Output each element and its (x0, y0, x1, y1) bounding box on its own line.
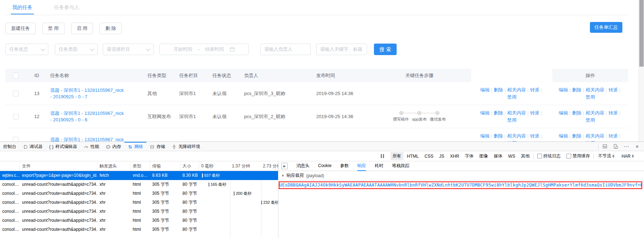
devtools-tab-debugger[interactable]: 调试器 (19, 142, 46, 151)
details-panel-icon[interactable]: ▶ (281, 163, 288, 169)
details-tab-response[interactable]: 响应 (357, 161, 366, 171)
delete-link[interactable]: 删除 (572, 133, 582, 139)
new-task-button[interactable]: 新建任务 (5, 23, 36, 34)
throttling-dropdown[interactable]: 不节流 (598, 153, 614, 159)
pause-recording-icon[interactable] (381, 154, 384, 158)
network-request-row[interactable]: wjdev.c… export?page=1&per-page=10&login… (0, 171, 278, 180)
har-dropdown[interactable]: HAR (622, 154, 634, 159)
task-title-link[interactable]: 选题 - 深圳市1 - 13281105967_nick (50, 136, 124, 142)
network-request-row[interactable]: consol… unread-count?route=auth&appid=c7… (0, 189, 278, 198)
network-request-row[interactable]: consol… unread-count?route=auth&appid=c7… (0, 216, 278, 225)
row-checkbox[interactable] (13, 91, 19, 96)
devtools-menu-icon[interactable]: ⋯ (622, 142, 631, 151)
filter-js[interactable]: JS (437, 153, 446, 160)
edit-link[interactable]: 编辑 (480, 133, 490, 139)
filter-fonts[interactable]: 字体 (463, 152, 476, 160)
related-content-link[interactable]: 相关内容 (586, 87, 604, 93)
disable-link[interactable]: 禁用 (507, 117, 517, 123)
task-title-link[interactable]: 选题 - 深圳市1 - 13281105967_nick - 20190925 … (50, 87, 124, 100)
details-tab-timings[interactable]: 耗时 (375, 161, 383, 171)
header-req-type[interactable]: 类型 (131, 161, 150, 171)
header-domain[interactable] (0, 161, 20, 171)
devtools-tab-performance[interactable]: 性能 (80, 142, 102, 151)
filter-images[interactable]: 图像 (477, 152, 490, 160)
devtools-tab-accessibility[interactable]: 无障碍环境 (168, 142, 203, 151)
header-file[interactable]: 文件 (20, 161, 97, 171)
devtools-tab-storage[interactable]: 存储 (146, 142, 168, 151)
select-all-checkbox[interactable] (13, 73, 19, 78)
transfer-link[interactable]: 转派 (608, 110, 618, 116)
details-tab-headers[interactable]: 消息头 (296, 161, 309, 171)
tab-my-tasks[interactable]: 我的任务 (12, 4, 32, 14)
search-button[interactable]: 搜 索 (374, 44, 397, 55)
delete-link[interactable]: 删除 (494, 133, 503, 139)
page-scrollbar[interactable] (639, 0, 644, 142)
task-title-link[interactable]: 选题 - 深圳市1 - 13281105967_nick - 20190925 … (50, 110, 124, 123)
task-summary-button[interactable]: 任务单汇总 (590, 22, 622, 33)
filter-xhr[interactable]: XHR (448, 153, 461, 160)
keyword-input[interactable]: 请输入关键字、标题 (316, 44, 367, 55)
devtools-tab-style-editor[interactable]: { } 样式编辑器 (46, 142, 80, 151)
header-cause[interactable]: 触发源头 (97, 161, 131, 171)
disable-link[interactable]: 禁用 (586, 94, 595, 100)
related-content-link[interactable]: 相关内容 (586, 110, 604, 116)
filter-ws[interactable]: WS (506, 153, 517, 160)
filter-all[interactable]: 所有 (391, 152, 403, 160)
tab-task-participants[interactable]: 任务参与人 (54, 4, 79, 14)
task-status-select[interactable]: 任务状态 (5, 44, 48, 55)
edit-link[interactable]: 编辑 (480, 110, 490, 116)
responsive-design-icon[interactable] (611, 142, 620, 151)
devtools-tab-network[interactable]: 网络 (124, 142, 146, 151)
edit-link[interactable]: 编辑 (559, 87, 568, 93)
disable-link[interactable]: 禁用 (507, 94, 517, 100)
related-content-link[interactable]: 相关内容 (507, 110, 526, 116)
related-content-link[interactable]: 相关内容 (507, 133, 526, 139)
network-request-row[interactable]: consol… unread-count?route=auth&appid=c7… (0, 207, 278, 216)
page-scrollbar-thumb[interactable] (639, 0, 644, 67)
transfer-link[interactable]: 转派 (608, 87, 618, 93)
network-request-row[interactable]: consol… unread-count?route=auth&appid=c7… (0, 225, 278, 234)
filter-media[interactable]: 媒体 (491, 152, 504, 160)
filter-other[interactable]: 其他 (519, 152, 532, 160)
owner-input[interactable]: 请输入负责人 (260, 44, 311, 55)
devtools-tab-console[interactable]: 控制台 (0, 142, 19, 151)
enable-button[interactable]: 启 用 (71, 23, 93, 34)
row-checkbox[interactable] (13, 114, 19, 120)
network-request-row[interactable]: consol… unread-count?route=auth&appid=c7… (0, 198, 278, 207)
devtools-tab-memory[interactable]: 内存 (102, 142, 124, 151)
edit-link[interactable]: 编辑 (559, 133, 568, 139)
transfer-link[interactable]: 转派 (530, 133, 539, 139)
filter-css[interactable]: CSS (422, 153, 436, 160)
details-tab-cookie[interactable]: Cookie (318, 161, 331, 171)
disable-button[interactable]: 禁 用 (42, 23, 65, 34)
header-transferred[interactable]: 传输 (150, 161, 180, 171)
details-tab-params[interactable]: 参数 (340, 161, 349, 171)
delete-button[interactable]: 删 除 (100, 23, 122, 34)
disable-cache-checkbox[interactable]: 禁用缓存 (566, 153, 590, 159)
delete-link[interactable]: 删除 (572, 110, 582, 116)
edit-link[interactable]: 编辑 (559, 110, 568, 116)
related-content-link[interactable]: 相关内容 (507, 87, 526, 93)
delete-link[interactable]: 删除 (494, 110, 503, 116)
header-size[interactable]: 大小 (180, 161, 199, 171)
devtools-close-icon[interactable]: × (632, 142, 642, 151)
transfer-link[interactable]: 转派 (530, 110, 539, 116)
row-checkbox[interactable] (13, 137, 19, 142)
delete-link[interactable]: 删除 (494, 87, 503, 93)
transfer-link[interactable]: 转派 (530, 87, 539, 93)
disable-link[interactable]: 禁用 (586, 117, 595, 123)
related-content-link[interactable]: 相关内容 (586, 133, 604, 139)
delete-link[interactable]: 删除 (572, 87, 582, 93)
response-payload-value[interactable]: UEsDBBQAAgAIAJJ4Ok9HkkSyWAEAAPAEAAATAAAA… (279, 181, 642, 189)
task-type-select[interactable]: 任务类型 (55, 44, 98, 55)
transfer-link[interactable]: 转派 (608, 133, 618, 139)
date-range-picker[interactable]: 开始时间 ~ 结束时间 (159, 44, 249, 55)
collapse-twisty-icon[interactable]: ▼ (281, 174, 284, 178)
network-request-row[interactable]: consol… unread-count?route=auth&appid=c7… (0, 180, 278, 189)
column-select[interactable]: 请选择栏目 (103, 44, 154, 55)
filter-html[interactable]: HTML (405, 153, 421, 160)
select-iframe-icon[interactable] (600, 142, 609, 151)
edit-link[interactable]: 编辑 (480, 87, 490, 93)
details-tab-stacktrace[interactable]: 堆栈跟踪 (392, 161, 409, 171)
persist-logs-checkbox[interactable]: 持续日志 (537, 153, 561, 159)
